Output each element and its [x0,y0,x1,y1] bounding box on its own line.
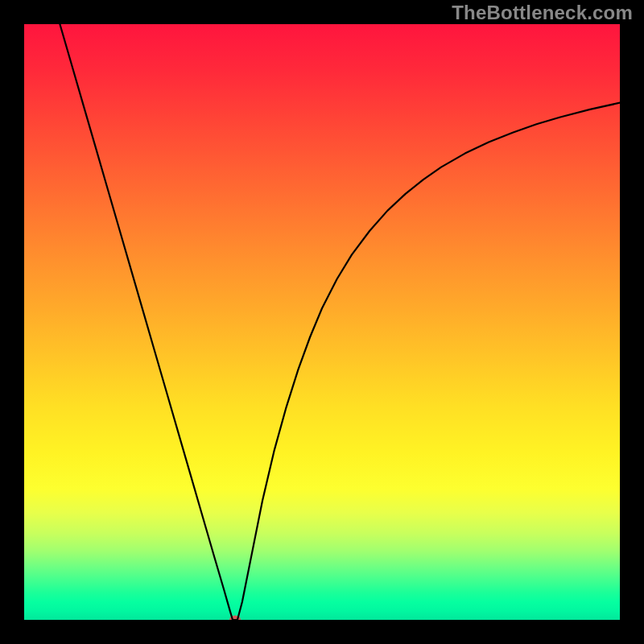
curve-path [60,24,620,620]
bottleneck-curve [24,24,620,620]
plot-area [24,24,620,620]
watermark-text: TheBottleneck.com [452,2,633,24]
chart-frame: TheBottleneck.com [0,0,644,644]
